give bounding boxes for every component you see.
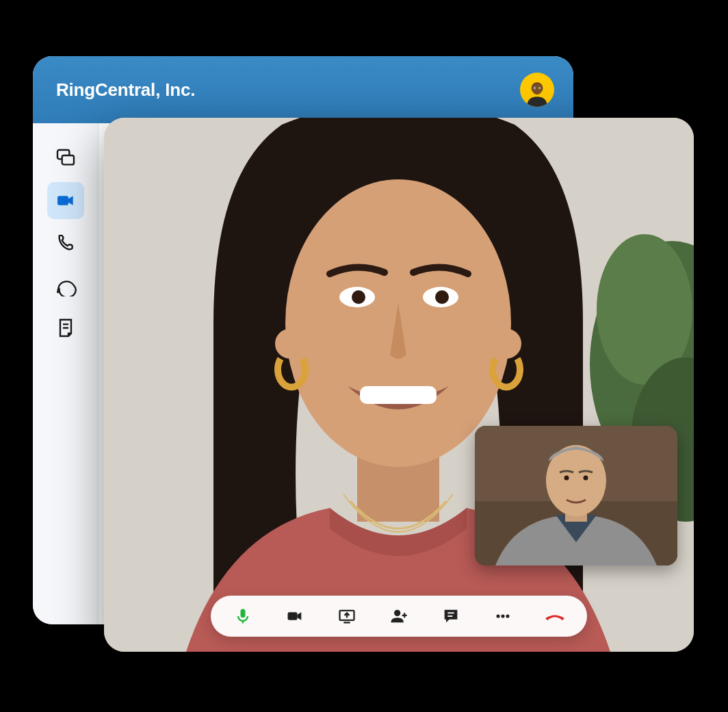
video-call-panel — [104, 118, 694, 652]
camera-button[interactable] — [283, 605, 307, 628]
svg-point-15 — [275, 329, 305, 359]
sidebar-item-chat[interactable] — [47, 267, 84, 304]
svg-rect-30 — [288, 612, 298, 620]
notes-icon — [55, 317, 77, 339]
sidebar-item-phone[interactable] — [47, 225, 84, 262]
svg-point-1 — [532, 83, 543, 94]
more-options-button[interactable] — [491, 605, 515, 628]
svg-point-5 — [539, 88, 540, 88]
svg-point-27 — [584, 476, 588, 481]
svg-rect-28 — [241, 609, 246, 618]
add-person-icon — [389, 607, 408, 626]
svg-point-4 — [534, 88, 535, 88]
chat-bubble-icon — [55, 275, 77, 296]
add-participant-button[interactable] — [387, 605, 411, 628]
main-participant-video[interactable] — [104, 118, 694, 652]
messages-icon — [55, 147, 77, 169]
hangup-icon — [543, 607, 567, 626]
app-title: RingCentral, Inc. — [56, 79, 195, 101]
sidebar-item-messages[interactable] — [47, 140, 84, 177]
microphone-icon — [233, 607, 252, 626]
svg-point-33 — [394, 610, 400, 616]
sidebar-item-video[interactable] — [47, 182, 84, 219]
chat-icon — [441, 607, 460, 626]
svg-point-38 — [506, 614, 509, 618]
svg-point-36 — [496, 614, 499, 618]
call-control-bar — [211, 596, 587, 637]
camera-icon — [285, 607, 304, 626]
microphone-button[interactable] — [231, 605, 255, 628]
svg-rect-8 — [57, 196, 68, 205]
svg-point-19 — [352, 290, 365, 304]
share-screen-icon — [337, 607, 356, 626]
user-avatar[interactable] — [520, 73, 554, 107]
app-header: RingCentral, Inc. — [33, 56, 573, 123]
svg-rect-7 — [62, 155, 73, 164]
svg-point-26 — [564, 476, 569, 481]
svg-point-20 — [435, 290, 449, 304]
avatar-icon — [523, 78, 551, 107]
video-icon — [55, 190, 77, 212]
svg-point-37 — [501, 614, 504, 618]
sidebar — [33, 123, 99, 624]
end-call-button[interactable] — [543, 605, 567, 628]
self-view-pip[interactable] — [475, 426, 677, 565]
chat-button[interactable] — [439, 605, 463, 628]
phone-icon — [55, 232, 77, 254]
sidebar-item-notes[interactable] — [47, 309, 84, 346]
svg-rect-21 — [360, 386, 437, 404]
more-icon — [493, 607, 512, 626]
share-screen-button[interactable] — [335, 605, 359, 628]
svg-point-16 — [491, 329, 521, 359]
